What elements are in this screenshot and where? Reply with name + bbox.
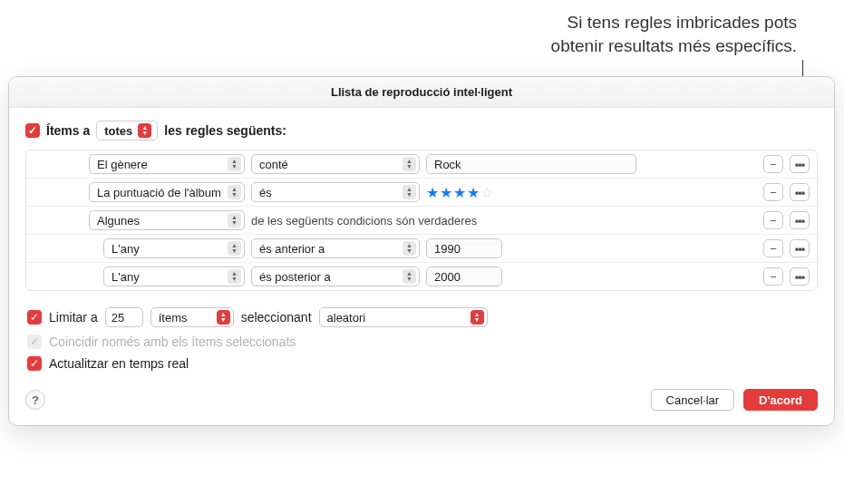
rule-field-select[interactable]: L'any ▲▼ bbox=[103, 267, 245, 286]
cancel-button[interactable]: Cancel·lar bbox=[651, 389, 735, 411]
star-icon: ★ bbox=[426, 185, 440, 200]
rule-row: Algunes ▲▼ de les següents condicions só… bbox=[26, 207, 817, 235]
match-checked-checkbox: ✓ bbox=[27, 334, 42, 349]
rule-field-select[interactable]: Algunes ▲▼ bbox=[89, 210, 245, 230]
star-icon: ☆ bbox=[480, 185, 494, 200]
match-header: ✓ Ítems a totes ▲▼ les regles següents: bbox=[25, 121, 818, 141]
star-icon: ★ bbox=[440, 185, 453, 200]
match-checkbox[interactable]: ✓ bbox=[25, 123, 40, 138]
stepper-icon: ▲▼ bbox=[228, 157, 241, 171]
callout-text: Si tens regles imbricades pots obtenir r… bbox=[551, 11, 797, 57]
live-update-checkbox[interactable]: ✓ bbox=[27, 356, 42, 371]
stepper-icon: ▲▼ bbox=[403, 269, 416, 284]
rule-value-input[interactable]: 2000 bbox=[426, 267, 502, 286]
stepper-icon: ▲▼ bbox=[228, 185, 241, 199]
rule-value-input[interactable]: Rock bbox=[426, 154, 636, 174]
rule-field-select[interactable]: L'any ▲▼ bbox=[103, 238, 245, 258]
limit-selecting-label: seleccionant bbox=[241, 310, 312, 325]
stepper-icon: ▲▼ bbox=[217, 310, 230, 325]
match-mode-select[interactable]: totes ▲▼ bbox=[96, 121, 158, 141]
rule-field-value: La puntuació de l'àlbum bbox=[97, 186, 221, 199]
stepper-icon: ▲▼ bbox=[403, 157, 416, 171]
rule-op-select[interactable]: és posterior a ▲▼ bbox=[251, 267, 420, 286]
remove-rule-button[interactable]: − bbox=[763, 267, 783, 286]
limit-count-input[interactable]: 25 bbox=[105, 307, 143, 327]
rule-more-button[interactable]: ••• bbox=[790, 183, 810, 201]
live-update-label: Actualitzar en temps real bbox=[49, 356, 189, 371]
smart-playlist-window: Llista de reproducció intel·ligent ✓ Íte… bbox=[8, 76, 835, 426]
match-checked-label: Coincidir només amb els ítems selecciona… bbox=[49, 334, 296, 349]
stepper-icon: ▲▼ bbox=[228, 213, 241, 228]
footer: ? Cancel·lar D'acord bbox=[25, 374, 818, 411]
rule-op-select[interactable]: és anterior a ▲▼ bbox=[251, 238, 420, 258]
rule-more-button[interactable]: ••• bbox=[790, 239, 810, 257]
remove-rule-button[interactable]: − bbox=[763, 211, 783, 229]
match-suffix: les regles següents: bbox=[164, 123, 286, 138]
match-prefix: Ítems a bbox=[46, 123, 90, 138]
rule-row: El gènere ▲▼ conté ▲▼ Rock − ••• bbox=[26, 150, 817, 179]
rule-more-button[interactable]: ••• bbox=[790, 155, 810, 173]
rule-op-select[interactable]: conté ▲▼ bbox=[251, 154, 420, 174]
remove-rule-button[interactable]: − bbox=[763, 239, 783, 257]
callout-line-2: obtenir resultats més específics. bbox=[551, 34, 797, 58]
remove-rule-button[interactable]: − bbox=[763, 155, 783, 173]
ok-button[interactable]: D'acord bbox=[743, 389, 818, 411]
limit-unit-select[interactable]: ítems ▲▼ bbox=[150, 307, 234, 327]
limit-checkbox[interactable]: ✓ bbox=[27, 310, 42, 325]
rule-field-select[interactable]: La puntuació de l'àlbum ▲▼ bbox=[89, 182, 245, 202]
stepper-icon: ▲▼ bbox=[471, 310, 484, 325]
limit-method-value: aleatori bbox=[327, 311, 366, 325]
limit-unit-value: ítems bbox=[159, 311, 188, 325]
limit-label: Limitar a bbox=[49, 310, 98, 325]
help-button[interactable]: ? bbox=[25, 390, 45, 410]
live-update-row: ✓ Actualitzar en temps real bbox=[25, 353, 818, 374]
rule-op-select[interactable]: és ▲▼ bbox=[251, 182, 420, 202]
rules-list: El gènere ▲▼ conté ▲▼ Rock − ••• La punt… bbox=[25, 150, 818, 291]
rule-value-input[interactable]: 1990 bbox=[426, 238, 502, 258]
star-icon: ★ bbox=[467, 185, 480, 200]
stepper-icon: ▲▼ bbox=[403, 185, 416, 199]
rule-row: La puntuació de l'àlbum ▲▼ és ▲▼ ★★★★☆ −… bbox=[26, 179, 817, 207]
rule-op-value: és bbox=[259, 186, 272, 199]
match-mode-value: totes bbox=[104, 124, 132, 138]
callout-line-1: Si tens regles imbricades pots bbox=[551, 11, 797, 34]
limit-row: ✓ Limitar a 25 ítems ▲▼ seleccionant ale… bbox=[25, 304, 818, 331]
rule-field-value: L'any bbox=[112, 270, 140, 284]
rule-more-button[interactable]: ••• bbox=[790, 211, 810, 229]
stepper-icon: ▲▼ bbox=[403, 241, 416, 256]
stepper-icon: ▲▼ bbox=[228, 269, 241, 284]
rule-field-value: El gènere bbox=[97, 158, 148, 171]
match-checked-row: ✓ Coincidir només amb els ítems seleccio… bbox=[25, 331, 818, 353]
rule-field-select[interactable]: El gènere ▲▼ bbox=[89, 154, 245, 174]
rule-group-tail: de les següents condicions són verdadere… bbox=[251, 214, 477, 228]
rule-more-button[interactable]: ••• bbox=[790, 267, 810, 286]
rule-op-value: és anterior a bbox=[259, 242, 325, 256]
remove-rule-button[interactable]: − bbox=[763, 183, 783, 201]
rule-stars-input[interactable]: ★★★★☆ bbox=[426, 184, 494, 201]
stepper-icon: ▲▼ bbox=[138, 123, 151, 138]
star-icon: ★ bbox=[453, 185, 467, 200]
window-title: Llista de reproducció intel·ligent bbox=[9, 77, 834, 108]
rule-row: L'any ▲▼ és posterior a ▲▼ 2000 − ••• bbox=[26, 263, 817, 290]
rule-row: L'any ▲▼ és anterior a ▲▼ 1990 − ••• bbox=[26, 235, 817, 263]
rule-op-value: és posterior a bbox=[259, 270, 331, 284]
window-content: ✓ Ítems a totes ▲▼ les regles següents: … bbox=[9, 108, 834, 425]
limit-method-select[interactable]: aleatori ▲▼ bbox=[319, 307, 488, 327]
stepper-icon: ▲▼ bbox=[228, 241, 241, 256]
rule-field-value: Algunes bbox=[97, 214, 140, 228]
rule-field-value: L'any bbox=[112, 242, 140, 256]
rule-op-value: conté bbox=[259, 158, 288, 171]
